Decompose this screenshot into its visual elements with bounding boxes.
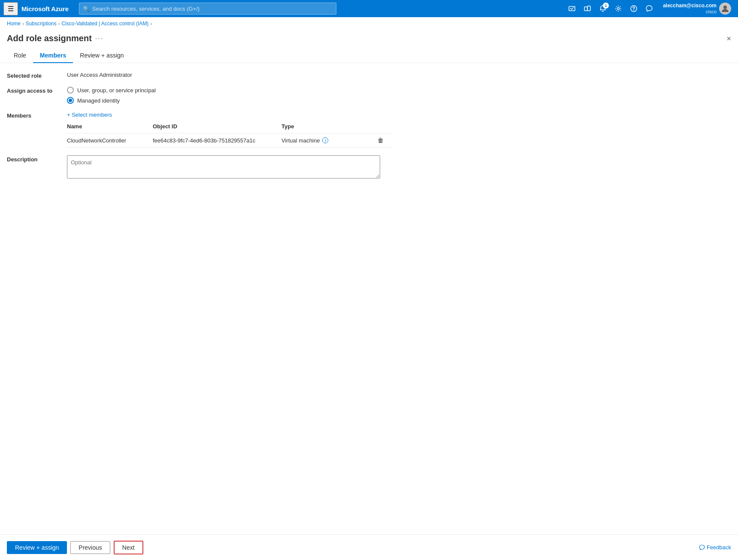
col-header-objectid: Object ID [153, 120, 281, 133]
members-row: Members + Select members Name Object ID … [7, 112, 731, 148]
member-object-id: fee64c83-9fc7-4ed6-803b-751829557a1c [153, 133, 281, 148]
user-email: aleccham@cisco.com [663, 3, 717, 9]
user-org: cisco [663, 9, 717, 15]
radio-managed-identity-label: Managed identity [77, 97, 120, 104]
tab-review-assign[interactable]: Review + assign [73, 48, 130, 63]
selected-role-label: Selected role [7, 72, 67, 79]
cloud-shell-button[interactable] [565, 2, 579, 15]
more-options-button[interactable]: ··· [95, 35, 103, 42]
members-content: + Select members Name Object ID Type Clo… [67, 112, 393, 148]
col-header-type: Type [281, 120, 376, 133]
col-header-name: Name [67, 120, 153, 133]
selected-role-row: Selected role User Access Administrator [7, 72, 731, 79]
review-assign-button[interactable]: Review + assign [7, 541, 67, 554]
help-button[interactable] [627, 2, 641, 15]
description-row: Description [7, 155, 731, 179]
topnav-icon-group: 1 [565, 2, 656, 15]
directory-button[interactable] [581, 2, 594, 15]
breadcrumb-sep-3: › [150, 21, 152, 26]
description-label: Description [7, 155, 67, 163]
tab-members[interactable]: Members [33, 48, 73, 63]
search-icon: 🔍 [83, 6, 90, 12]
next-button[interactable]: Next [114, 541, 143, 554]
radio-unchecked-icon [67, 87, 74, 94]
svg-point-5 [633, 10, 634, 11]
form-area: Selected role User Access Administrator … [0, 63, 738, 560]
breadcrumb-sep-2: › [58, 21, 60, 26]
members-table: Name Object ID Type CloudNetworkControll… [67, 120, 393, 148]
member-type: Virtual machine i [281, 133, 376, 148]
search-input[interactable] [92, 6, 333, 12]
radio-user-group-label: User, group, or service principal [77, 87, 156, 94]
members-label: Members [7, 112, 67, 119]
close-button[interactable]: × [726, 35, 731, 42]
main-page: Home › Subscriptions › Cisco-Validated |… [0, 17, 738, 560]
svg-point-3 [617, 8, 619, 10]
feedback-nav-button[interactable] [642, 2, 656, 15]
user-profile-button[interactable]: aleccham@cisco.com cisco [659, 0, 735, 17]
page-title: Add role assignment [7, 33, 92, 43]
assign-access-row: Assign access to User, group, or service… [7, 87, 731, 104]
notification-badge: 1 [603, 3, 609, 9]
feedback-link[interactable]: Feedback [699, 544, 731, 551]
page-header: Add role assignment ··· × [0, 30, 738, 43]
member-type-label: Virtual machine [281, 137, 320, 144]
table-row: CloudNetworkController fee64c83-9fc7-4ed… [67, 133, 393, 148]
app-logo: Microsoft Azure [21, 5, 69, 12]
previous-button[interactable]: Previous [70, 541, 110, 554]
tab-role[interactable]: Role [7, 48, 33, 63]
breadcrumb-iam[interactable]: Cisco-Validated | Access control (IAM) [61, 21, 148, 27]
radio-group: User, group, or service principal Manage… [67, 87, 156, 104]
breadcrumb-home[interactable]: Home [7, 21, 21, 27]
feedback-label: Feedback [707, 544, 731, 551]
user-info: aleccham@cisco.com cisco [663, 3, 717, 15]
breadcrumb-subscriptions[interactable]: Subscriptions [26, 21, 57, 27]
svg-rect-1 [584, 7, 587, 11]
global-search-box[interactable]: 🔍 [79, 3, 336, 15]
svg-point-6 [723, 6, 727, 9]
notifications-button[interactable]: 1 [596, 2, 610, 15]
select-members-link[interactable]: + Select members [67, 112, 112, 118]
svg-rect-2 [587, 6, 590, 11]
col-header-action [376, 120, 393, 133]
breadcrumb: Home › Subscriptions › Cisco-Validated |… [0, 17, 738, 30]
settings-button[interactable] [611, 2, 625, 15]
radio-managed-identity[interactable]: Managed identity [67, 97, 156, 104]
member-name: CloudNetworkController [67, 133, 153, 148]
info-icon[interactable]: i [322, 137, 328, 143]
radio-checked-icon [67, 97, 74, 104]
tab-bar: Role Members Review + assign [0, 43, 738, 63]
delete-member-button[interactable]: 🗑 [376, 136, 385, 145]
hamburger-menu-button[interactable]: ☰ [3, 2, 18, 15]
assign-access-label: Assign access to [7, 87, 67, 94]
avatar [719, 3, 731, 15]
breadcrumb-sep-1: › [22, 21, 24, 26]
top-navigation: ☰ Microsoft Azure 🔍 1 aleccham@cisco.com… [0, 0, 738, 17]
selected-role-value: User Access Administrator [67, 72, 132, 78]
bottom-bar: Review + assign Previous Next Feedback [0, 534, 738, 560]
description-input[interactable] [67, 155, 380, 179]
radio-user-group[interactable]: User, group, or service principal [67, 87, 156, 94]
